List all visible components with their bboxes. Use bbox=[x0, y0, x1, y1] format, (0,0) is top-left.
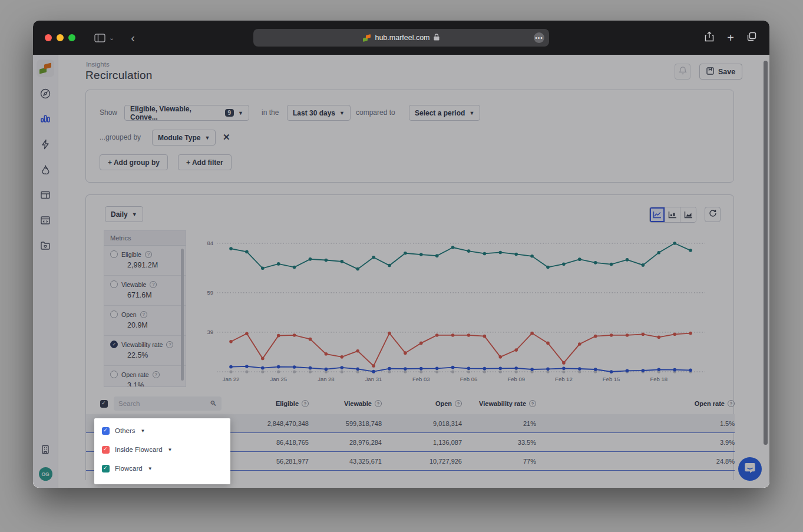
legend-item-inside-flowcard[interactable]: Inside Flowcard ▼ bbox=[94, 440, 230, 459]
zoom-window-button[interactable] bbox=[68, 34, 75, 41]
page-options-icon[interactable]: ••• bbox=[534, 32, 544, 43]
minimize-window-button[interactable] bbox=[57, 34, 64, 41]
series-legend-popover: Others ▼ Inside Flowcard ▼ Flowcard ▼ bbox=[94, 418, 230, 484]
caret-down-icon[interactable]: ▼ bbox=[168, 447, 173, 452]
sidebar-toggle-icon[interactable] bbox=[94, 34, 105, 42]
new-tab-icon[interactable]: + bbox=[727, 32, 734, 44]
browser-window: ⌄ ‹ hub.marfeel.com ••• + bbox=[33, 21, 769, 488]
series-checkbox[interactable] bbox=[102, 446, 110, 454]
url-bar[interactable]: hub.marfeel.com ••• bbox=[253, 29, 549, 47]
marfeel-favicon bbox=[363, 34, 371, 42]
caret-down-icon[interactable]: ▼ bbox=[148, 466, 153, 471]
chevron-down-icon[interactable]: ⌄ bbox=[109, 34, 114, 42]
back-button[interactable]: ‹ bbox=[131, 31, 135, 45]
close-window-button[interactable] bbox=[45, 34, 52, 41]
url-text: hub.marfeel.com bbox=[375, 34, 429, 42]
browser-chrome: ⌄ ‹ hub.marfeel.com ••• + bbox=[33, 21, 769, 55]
caret-down-icon[interactable]: ▼ bbox=[141, 428, 146, 434]
series-checkbox[interactable] bbox=[102, 465, 110, 472]
lock-icon bbox=[434, 34, 439, 42]
legend-item-flowcard[interactable]: Flowcard ▼ bbox=[94, 459, 230, 478]
legend-item-others[interactable]: Others ▼ bbox=[94, 421, 230, 440]
series-checkbox[interactable] bbox=[102, 427, 110, 435]
traffic-lights bbox=[45, 34, 75, 41]
tab-overview-icon[interactable] bbox=[747, 32, 756, 44]
share-icon[interactable] bbox=[705, 31, 714, 44]
